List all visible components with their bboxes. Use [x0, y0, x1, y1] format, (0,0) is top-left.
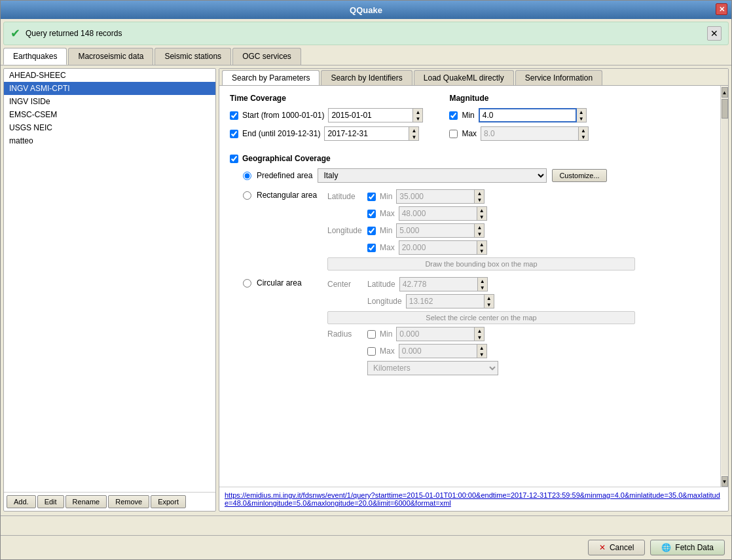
lat-max-up[interactable]: ▲	[477, 207, 486, 214]
list-item-ingv-iside[interactable]: INGV ISIDe	[4, 95, 215, 108]
center-lat-input[interactable]	[399, 277, 478, 291]
center-lon-down[interactable]: ▼	[485, 301, 494, 308]
mag-min-up[interactable]: ▲	[577, 109, 586, 115]
lon-max-input[interactable]	[399, 240, 477, 255]
start-checkbox[interactable]	[230, 111, 238, 120]
draw-box-button[interactable]: Draw the bounding box on the map	[327, 257, 635, 271]
lat-min-up[interactable]: ▲	[475, 190, 484, 196]
rename-button[interactable]: Rename	[65, 495, 107, 508]
lat-min-input[interactable]	[396, 189, 475, 204]
status-close-button[interactable]: ✕	[707, 26, 722, 41]
tab-ogc-services[interactable]: OGC services	[232, 48, 301, 65]
add-button[interactable]: Add.	[7, 495, 36, 508]
lat-min-down[interactable]: ▼	[475, 196, 484, 203]
window-close-button[interactable]: ✕	[716, 3, 727, 15]
left-panel: AHEAD-SHEEC INGV ASMI-CPTI INGV ISIDe EM…	[3, 68, 216, 512]
title-bar: QQuake ✕	[1, 1, 731, 19]
tab-macroseismic[interactable]: Macroseismic data	[68, 48, 153, 65]
radius-min-input[interactable]	[396, 327, 475, 341]
lon-min-down[interactable]: ▼	[475, 231, 484, 237]
radius-unit-row: Kilometers Miles Degrees	[327, 361, 635, 375]
center-label: Center	[327, 280, 363, 289]
radius-max-input[interactable]	[399, 344, 477, 358]
sub-tab-identifiers[interactable]: Search by Identifiers	[321, 70, 412, 85]
center-lat-down[interactable]: ▼	[478, 284, 487, 291]
end-date-spinners: ▲ ▼	[409, 126, 419, 141]
center-lon-row: Longitude ▲ ▼	[327, 294, 635, 308]
query-url[interactable]: https://emidius.mi.ingv.it/fdsnws/event/…	[225, 491, 720, 507]
tab-seismic-stations[interactable]: Seismic stations	[155, 48, 231, 65]
customize-button[interactable]: Customize...	[552, 169, 606, 182]
predefined-radio[interactable]	[243, 172, 251, 180]
list-item-usgs[interactable]: USGS NEIC	[4, 121, 215, 134]
lat-min-checkbox[interactable]	[367, 193, 376, 201]
scroll-down-button[interactable]: ▼	[722, 476, 728, 487]
sub-tab-quakeml[interactable]: Load QuakeML directly	[414, 70, 514, 85]
edit-button[interactable]: Edit	[37, 495, 64, 508]
predefined-select[interactable]: Italy World Europe	[318, 168, 547, 183]
mag-max-down[interactable]: ▼	[579, 134, 588, 140]
sub-tab-parameters[interactable]: Search by Parameters	[222, 70, 320, 85]
radius-min-down[interactable]: ▼	[475, 334, 484, 341]
fetch-button[interactable]: 🌐 Fetch Data	[650, 540, 725, 555]
mag-min-checkbox[interactable]	[449, 111, 458, 120]
center-lon-up[interactable]: ▲	[485, 295, 494, 301]
mag-min-spinner: ▲ ▼	[479, 108, 587, 122]
list-item-emsc[interactable]: EMSC-CSEM	[4, 108, 215, 121]
predefined-area-row: Predefined area Italy World Europe Custo…	[243, 168, 707, 183]
center-lat-up[interactable]: ▲	[478, 278, 487, 284]
lon-min-row: Longitude Min ▲ ▼	[327, 223, 635, 238]
start-date-input[interactable]	[328, 108, 413, 122]
list-item-ingv-asmi[interactable]: INGV ASMI-CPTI	[4, 82, 215, 95]
end-checkbox[interactable]	[230, 130, 238, 138]
lon-max-up[interactable]: ▲	[477, 241, 486, 248]
geo-checkbox[interactable]	[230, 155, 238, 163]
scrollbar[interactable]: ▲ ▼	[720, 86, 728, 487]
lat-max-checkbox[interactable]	[367, 210, 376, 218]
end-date-spinner: ▲ ▼	[324, 126, 419, 141]
lat-max-down[interactable]: ▼	[477, 214, 486, 220]
lat-max-input[interactable]	[399, 206, 477, 221]
radius-min-checkbox[interactable]	[367, 330, 376, 339]
circular-radio[interactable]	[243, 279, 251, 288]
sub-tab-service-info[interactable]: Service Information	[515, 70, 602, 85]
end-date-input[interactable]	[324, 126, 409, 141]
cancel-button[interactable]: ✕ Cancel	[588, 540, 645, 555]
lon-min-up[interactable]: ▲	[475, 224, 484, 231]
list-item-ahead[interactable]: AHEAD-SHEEC	[4, 69, 215, 82]
mag-min-input[interactable]	[479, 108, 577, 122]
lon-label: Longitude	[327, 226, 363, 235]
remove-button[interactable]: Remove	[108, 495, 149, 508]
center-lon-input[interactable]	[406, 294, 485, 308]
radius-max-up[interactable]: ▲	[477, 345, 486, 351]
lon-max-down[interactable]: ▼	[477, 248, 486, 254]
start-date-up[interactable]: ▲	[413, 109, 422, 115]
lon-min-input[interactable]	[396, 223, 475, 238]
end-date-up[interactable]: ▲	[409, 127, 418, 134]
rectangular-radio[interactable]	[243, 191, 251, 200]
tab-earthquakes[interactable]: Earthquakes	[3, 48, 67, 65]
bottom-status-bar	[1, 515, 731, 535]
status-bar: ✔ Query returned 148 records ✕	[3, 22, 729, 45]
mag-max-up[interactable]: ▲	[579, 127, 588, 134]
mag-max-input[interactable]	[481, 126, 579, 141]
url-bar: https://emidius.mi.ingv.it/fdsnws/event/…	[219, 487, 728, 511]
circle-select-button[interactable]: Select the circle center on the map	[327, 311, 635, 324]
mag-min-down[interactable]: ▼	[577, 115, 586, 122]
lon-max-checkbox[interactable]	[367, 244, 376, 252]
radius-max-spinners: ▲ ▼	[477, 344, 487, 358]
radius-max-checkbox[interactable]	[367, 347, 376, 356]
start-date-down[interactable]: ▼	[413, 115, 422, 122]
scroll-thumb[interactable]	[722, 99, 728, 119]
scroll-up-button[interactable]: ▲	[722, 87, 728, 98]
list-item-matteo[interactable]: matteo	[4, 134, 215, 147]
end-date-row: End (until 2019-12-31) ▲ ▼	[230, 126, 423, 141]
mag-max-checkbox[interactable]	[449, 130, 458, 138]
radius-max-down[interactable]: ▼	[477, 351, 486, 358]
lon-min-checkbox[interactable]	[367, 227, 376, 235]
radius-min-up[interactable]: ▲	[475, 327, 484, 334]
end-date-down[interactable]: ▼	[409, 134, 418, 140]
magnitude-label: Magnitude	[449, 94, 589, 103]
radius-unit-select[interactable]: Kilometers Miles Degrees	[367, 361, 498, 375]
export-button[interactable]: Export	[151, 495, 186, 508]
